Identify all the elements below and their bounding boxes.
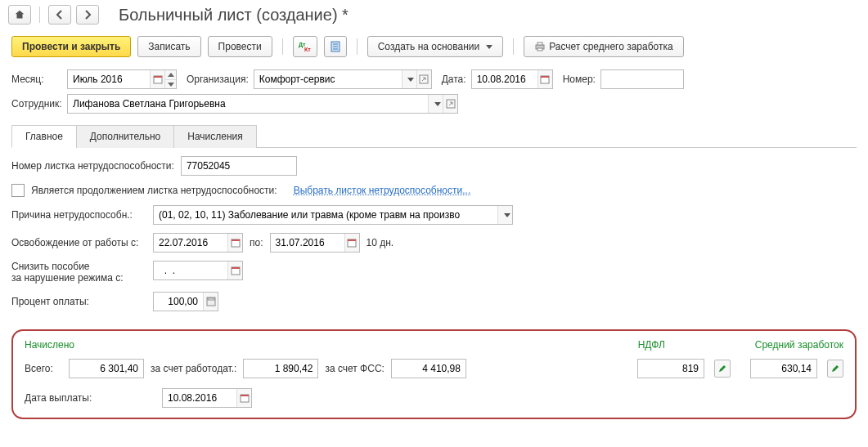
tabs: Главное Дополнительно Начисления [11, 124, 857, 148]
ndfl-edit-button[interactable] [714, 360, 731, 378]
open-button[interactable] [443, 95, 457, 113]
create-based-on-label: Создать на основании [378, 41, 480, 52]
paydate-input[interactable] [163, 389, 236, 407]
absence-from-label: Освобождение от работы с: [11, 237, 146, 248]
chevron-down-icon [407, 78, 414, 82]
date-label: Дата: [442, 74, 466, 85]
avg-field [750, 359, 817, 378]
ndfl-header: НДФЛ [638, 339, 665, 351]
calendar-icon[interactable] [537, 70, 552, 88]
number-label: Номер: [563, 74, 596, 85]
absence-to-field[interactable] [270, 233, 360, 253]
separator [357, 38, 358, 55]
org-field[interactable] [254, 69, 432, 89]
tab-accruals[interactable]: Начисления [173, 125, 257, 148]
report-button[interactable] [324, 36, 347, 57]
calendar-icon[interactable] [344, 234, 359, 252]
avg-edit-button[interactable] [827, 360, 843, 378]
date-field[interactable] [471, 69, 553, 89]
spin-down-icon[interactable] [165, 79, 176, 88]
svg-rect-13 [541, 76, 549, 78]
separator [513, 38, 514, 55]
avg-earnings-label: Расчет среднего заработка [549, 41, 673, 52]
dropdown-button[interactable] [428, 95, 443, 113]
org-label: Организация: [187, 74, 249, 85]
tab-extra[interactable]: Дополнительно [76, 125, 174, 148]
post-and-close-button[interactable]: Провести и закрыть [11, 36, 131, 57]
number-field[interactable] [600, 69, 684, 89]
dropdown-button[interactable] [497, 206, 512, 224]
org-input[interactable] [254, 70, 402, 88]
separator [282, 38, 283, 55]
document-icon [330, 41, 341, 52]
svg-rect-8 [537, 48, 542, 51]
month-input[interactable] [68, 70, 150, 88]
open-button[interactable] [416, 70, 431, 88]
dropdown-button[interactable] [402, 70, 416, 88]
employee-label: Сотрудник: [11, 98, 62, 110]
calendar-icon[interactable] [227, 261, 242, 279]
total-label: Всего: [25, 363, 62, 374]
open-icon [446, 99, 456, 109]
separator [39, 7, 40, 23]
post-button[interactable]: Провести [208, 36, 272, 57]
date-input[interactable] [472, 70, 537, 88]
svg-rect-24 [241, 395, 249, 396]
percent-input[interactable] [154, 293, 203, 311]
month-field[interactable] [67, 69, 177, 89]
continuation-label: Является продолжением листка нетрудоспос… [31, 185, 277, 196]
calendar-icon[interactable] [227, 234, 242, 252]
reason-label: Причина нетрудоспособн.: [11, 209, 146, 221]
calendar-icon[interactable] [236, 389, 251, 407]
employee-input[interactable] [68, 95, 428, 113]
calendar-icon[interactable] [150, 70, 164, 88]
month-spinner[interactable] [164, 70, 176, 88]
absence-from-input[interactable] [154, 234, 227, 252]
home-button[interactable] [8, 5, 31, 25]
ndfl-field [637, 359, 704, 378]
employer-field [243, 359, 318, 378]
employer-value [244, 360, 317, 378]
employee-field[interactable] [67, 94, 458, 114]
month-label: Месяц: [11, 74, 62, 85]
number-input[interactable] [601, 70, 683, 88]
home-icon [14, 9, 25, 20]
back-button[interactable] [48, 5, 71, 25]
total-field [69, 359, 144, 378]
absence-from-field[interactable] [153, 233, 243, 253]
percent-label: Процент оплаты: [11, 296, 146, 307]
printer-icon [534, 41, 546, 52]
total-value [70, 360, 143, 378]
reduce-date-field[interactable] [153, 261, 243, 280]
create-based-on-button[interactable]: Создать на основании [367, 36, 504, 57]
save-button[interactable]: Записать [137, 36, 200, 57]
paydate-label: Дата выплаты: [25, 392, 155, 404]
avg-earnings-button[interactable]: Расчет среднего заработка [524, 36, 684, 57]
dt-kt-button[interactable]: Дт Кт [293, 36, 317, 57]
spin-up-icon[interactable] [165, 70, 176, 79]
reduce-date-input[interactable] [154, 261, 227, 279]
sheet-no-field[interactable] [181, 156, 297, 176]
chevron-down-icon [504, 213, 510, 217]
reduce-label-2: за нарушение режима с: [11, 272, 146, 284]
reason-input[interactable] [154, 206, 497, 224]
calculator-icon[interactable] [203, 293, 218, 311]
fss-value [392, 360, 465, 378]
choose-sheet-link[interactable]: Выбрать листок нетрудоспособности... [294, 185, 471, 196]
pencil-icon [830, 364, 840, 373]
employer-label: за счет работодат.: [151, 363, 236, 374]
reason-field[interactable] [153, 205, 513, 225]
forward-button[interactable] [76, 5, 99, 25]
fss-label: за счет ФСС: [325, 363, 385, 374]
accrued-header: Начислено [25, 339, 74, 351]
sheet-no-input[interactable] [182, 157, 296, 175]
arrow-right-icon [83, 10, 92, 20]
arrow-left-icon [55, 10, 65, 20]
percent-field[interactable] [153, 292, 218, 311]
paydate-field[interactable] [162, 388, 252, 408]
continuation-checkbox[interactable] [11, 184, 25, 197]
absence-to-input[interactable] [271, 234, 344, 252]
tab-main[interactable]: Главное [11, 125, 77, 148]
ndfl-value [638, 360, 704, 378]
fss-field [391, 359, 466, 378]
